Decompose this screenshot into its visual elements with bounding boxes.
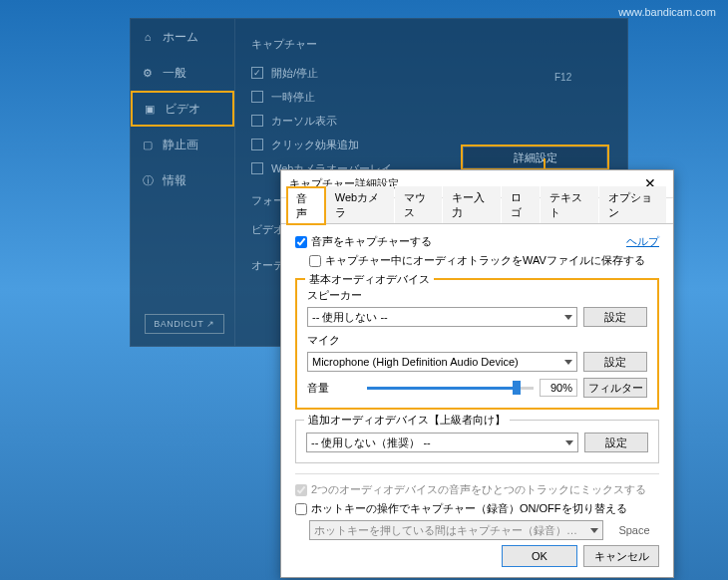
tab-keyinput[interactable]: キー入力 [443,186,501,223]
sidebar-item-video[interactable]: ▣ ビデオ [131,91,234,127]
group-legend: 追加オーディオデバイス【上級者向け】 [304,413,510,428]
mix-two-checkbox[interactable]: 2つのオーディオデバイスの音声をひとつのトラックにミックスする [295,482,659,497]
checkbox-icon [251,115,263,127]
video-icon: ▣ [143,102,157,116]
tab-logo[interactable]: ロゴ [502,186,540,223]
additional-settings-button[interactable]: 設定 [584,433,648,452]
help-link[interactable]: ヘルプ [626,234,659,249]
checkbox-input[interactable] [309,255,321,267]
mic-label: マイク [307,333,647,348]
volume-slider[interactable] [367,381,534,395]
option-label: クリック効果追加 [271,138,359,152]
hotkey-mode-select[interactable]: ホットキーを押している間はキャプチャー（録音）する [309,520,603,540]
checkbox-icon [251,162,263,174]
mic-settings-button[interactable]: 設定 [583,352,647,372]
home-icon: ⌂ [141,30,155,44]
speaker-select[interactable]: -- 使用しない -- [307,307,577,327]
save-wav-checkbox[interactable]: キャプチャー中にオーディオトラックをWAVファイルに保存する [309,253,659,268]
watermark: www.bandicam.com [618,6,716,18]
sidebar-item-label: 情報 [163,172,186,189]
additional-device-select[interactable]: -- 使用しない（推奨） -- [306,433,578,452]
checkbox-input[interactable] [295,503,307,515]
checkbox-label: キャプチャー中にオーディオトラックをWAVファイルに保存する [325,253,645,268]
advanced-settings-button[interactable]: 詳細設定 [463,146,607,168]
checkbox-icon [251,139,263,150]
bandicut-link[interactable]: BANDICUT ↗ [145,314,224,334]
sidebar-item-general[interactable]: ⚙ 一般 [131,55,234,91]
speaker-settings-button[interactable]: 設定 [583,307,647,327]
ok-button[interactable]: OK [502,545,577,567]
sidebar-item-home[interactable]: ⌂ ホーム [131,19,234,55]
basic-audio-group: 基本オーディオデバイス スピーカー -- 使用しない -- 設定 マイク Mic… [295,278,659,410]
volume-label: 音量 [307,381,361,396]
capture-option-pause[interactable]: 一時停止 [251,86,611,108]
sidebar-item-label: ホーム [163,29,198,46]
dialog-tabs: 音声 Webカメラ マウス キー入力 ロゴ テキスト オプション [281,200,673,224]
sidebar-item-screenshot[interactable]: ▢ 静止画 [131,127,234,162]
sidebar-item-label: 静止画 [163,137,198,153]
checkbox-input[interactable] [295,236,307,248]
gear-icon: ⚙ [141,66,155,80]
image-icon: ▢ [141,138,155,151]
sidebar-item-label: 一般 [163,65,186,82]
capture-section-label: キャプチャー [251,37,611,52]
tab-option[interactable]: オプション [599,186,667,223]
option-label: カーソル表示 [271,114,337,129]
tab-text[interactable]: テキスト [541,186,598,223]
capture-advanced-dialog: キャプチャー詳細設定 ✕ 音声 Webカメラ マウス キー入力 ロゴ テキスト … [280,169,674,578]
tab-webcam[interactable]: Webカメラ [326,186,394,223]
dialog-body: ヘルプ 音声をキャプチャーする キャプチャー中にオーディオトラックをWAVファイ… [281,224,673,548]
tab-mouse[interactable]: マウス [395,186,443,223]
info-icon: ⓘ [141,173,155,187]
checkbox-label: ホットキーの操作でキャプチャー（録音）ON/OFFを切り替える [311,501,627,516]
capture-option-cursor[interactable]: カーソル表示 [251,110,611,132]
additional-audio-group: 追加オーディオデバイス【上級者向け】 -- 使用しない（推奨） -- 設定 [295,420,659,463]
sidebar: ⌂ ホーム ⚙ 一般 ▣ ビデオ ▢ 静止画 ⓘ 情報 BANDICUT ↗ [131,19,235,346]
checkbox-icon [251,91,263,103]
sidebar-item-label: ビデオ [165,101,200,118]
dialog-footer: OK キャンセル [502,545,659,567]
filter-button[interactable]: フィルター [583,378,647,398]
option-label: 一時停止 [271,90,315,105]
checkbox-input[interactable] [295,484,307,496]
capture-audio-checkbox[interactable]: 音声をキャプチャーする [295,234,659,249]
speaker-label: スピーカー [307,288,647,303]
sidebar-item-info[interactable]: ⓘ 情報 [131,162,234,198]
checkbox-label: 音声をキャプチャーする [311,234,432,249]
volume-value: 90% [540,379,577,397]
option-label: 開始/停止 [271,66,318,81]
hotkey-display: F12 [554,72,571,83]
hotkey-key-display: Space [609,524,659,536]
checkbox-icon: ✓ [251,67,263,79]
hotkey-toggle-checkbox[interactable]: ホットキーの操作でキャプチャー（録音）ON/OFFを切り替える [295,501,659,516]
cancel-button[interactable]: キャンセル [583,545,659,567]
tab-audio[interactable]: 音声 [287,187,325,224]
checkbox-label: 2つのオーディオデバイスの音声をひとつのトラックにミックスする [311,482,646,497]
group-legend: 基本オーディオデバイス [305,272,434,287]
mic-select[interactable]: Microphone (High Definition Audio Device… [307,352,577,372]
